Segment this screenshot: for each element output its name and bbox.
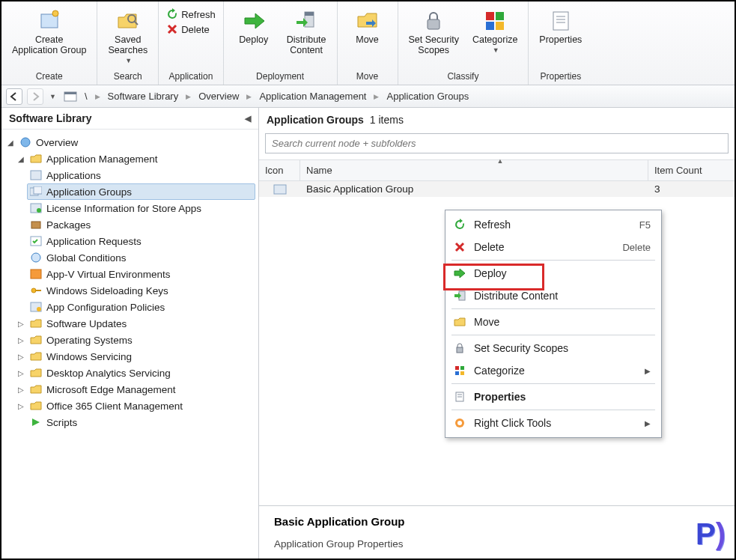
sidebar-title-label: Software Library	[9, 112, 91, 124]
svg-point-21	[21, 138, 30, 147]
dropdown-arrow-icon: ▼	[125, 57, 132, 64]
table-row[interactable]: Basic Application Group 3	[259, 181, 735, 197]
deploy-button[interactable]: Deploy	[230, 7, 278, 46]
forward-button[interactable]	[27, 88, 43, 105]
ribbon-group-label: Classify	[404, 68, 523, 85]
tree-node-global-conditions[interactable]: Global Conditions	[27, 249, 255, 266]
tree-label: Windows Sideloading Keys	[46, 285, 168, 296]
tree-label: Applications	[46, 170, 101, 181]
key-icon	[30, 284, 42, 296]
tree-node-app-management[interactable]: ◢Application Management	[15, 150, 255, 167]
ctx-deploy[interactable]: Deploy	[445, 262, 661, 284]
folder-icon	[30, 400, 42, 412]
ribbon: Create Application Group Create Saved Se…	[1, 1, 735, 85]
ctx-label: Categorize	[474, 365, 525, 377]
tree-node-overview[interactable]: ◢Overview	[4, 134, 255, 150]
search-container	[265, 133, 729, 153]
move-button[interactable]: Move	[344, 7, 392, 46]
tree-label: App-V Virtual Environments	[46, 269, 171, 280]
distribute-content-icon	[294, 9, 318, 33]
delete-button[interactable]: Delete	[165, 22, 211, 36]
column-header-name[interactable]: Name	[300, 160, 648, 180]
collapse-sidebar-icon[interactable]: ◀	[245, 114, 251, 124]
tree-node-operating-systems[interactable]: ▷Operating Systems	[15, 332, 255, 348]
caret-right-icon: ▷	[18, 386, 25, 394]
breadcrumb-item[interactable]: Overview	[198, 91, 239, 102]
tree-node-sideloading[interactable]: Windows Sideloading Keys	[27, 282, 255, 299]
ctx-label: Right Click Tools	[474, 417, 551, 429]
svg-rect-20	[64, 92, 76, 94]
tree-node-desktop-analytics[interactable]: ▷Desktop Analytics Servicing	[15, 365, 255, 381]
tree-node-windows-servicing[interactable]: ▷Windows Servicing	[15, 348, 255, 365]
folder-search-icon	[116, 9, 140, 33]
column-header-icon[interactable]: Icon	[259, 160, 300, 180]
svg-rect-15	[553, 12, 568, 30]
search-input[interactable]	[265, 133, 729, 153]
row-count: 3	[648, 183, 735, 195]
ctx-right-click-tools[interactable]: Right Click Tools ▶	[445, 412, 661, 434]
tree-node-scripts[interactable]: Scripts	[15, 414, 255, 430]
ctx-set-security-scopes[interactable]: Set Security Scopes	[445, 337, 661, 359]
svg-rect-27	[31, 222, 40, 228]
tree-node-appv[interactable]: App-V Virtual Environments	[27, 266, 255, 282]
folder-icon	[30, 367, 42, 379]
tree-node-app-config[interactable]: App Configuration Policies	[27, 299, 255, 315]
tree-node-application-groups[interactable]: Application Groups	[27, 183, 255, 200]
svg-rect-11	[486, 12, 494, 20]
caret-right-icon: ▷	[18, 320, 25, 328]
ribbon-group-label: Properties	[535, 68, 586, 85]
folder-icon	[30, 334, 42, 346]
breadcrumb-root[interactable]: \	[85, 91, 88, 102]
ctx-label: Delete	[474, 241, 504, 253]
tree-node-license-info[interactable]: License Information for Store Apps	[27, 200, 255, 216]
ctx-delete[interactable]: Delete Delete	[445, 236, 661, 258]
ctx-distribute-content[interactable]: Distribute Content	[445, 284, 661, 307]
set-security-scopes-button[interactable]: Set Security Scopes	[404, 7, 463, 57]
categorize-button[interactable]: Categorize ▼	[468, 7, 522, 55]
breadcrumb-item[interactable]: Software Library	[108, 91, 179, 102]
tree-label: Windows Servicing	[46, 351, 132, 362]
distribute-content-button[interactable]: Distribute Content	[282, 7, 331, 57]
move-label: Move	[356, 34, 379, 45]
refresh-label: Refresh	[181, 9, 216, 20]
license-icon	[30, 202, 42, 214]
tree-node-software-updates[interactable]: ▷Software Updates	[15, 315, 255, 332]
ribbon-group-search: Saved Searches ▼ Search	[97, 1, 159, 85]
tree-node-app-requests[interactable]: Application Requests	[27, 233, 255, 249]
svg-rect-40	[457, 347, 463, 353]
history-dropdown-icon[interactable]: ▼	[49, 93, 56, 100]
ctx-shortcut: Delete	[622, 242, 651, 253]
refresh-button[interactable]: Refresh	[165, 7, 217, 21]
ctx-refresh[interactable]: Refresh F5	[445, 213, 661, 236]
config-icon	[30, 301, 42, 313]
svg-rect-22	[31, 171, 41, 180]
ctx-properties[interactable]: Properties	[445, 386, 661, 408]
ctx-categorize[interactable]: Categorize ▶	[445, 359, 661, 382]
back-button[interactable]	[6, 88, 22, 105]
ctx-label: Move	[474, 316, 499, 328]
ctx-separator	[451, 410, 655, 410]
navigation-sidebar: Software Library ◀ ◢Overview ◢Applicatio…	[1, 108, 259, 559]
svg-rect-12	[496, 12, 504, 20]
tree-node-applications[interactable]: Applications	[27, 167, 255, 183]
column-header-item-count[interactable]: Item Count	[648, 160, 735, 180]
svg-point-2	[52, 10, 58, 16]
create-application-group-button[interactable]: Create Application Group	[7, 7, 91, 57]
submenu-arrow-icon: ▶	[645, 419, 651, 427]
breadcrumb-item[interactable]: Application Groups	[386, 91, 469, 102]
move-folder-icon	[356, 9, 380, 33]
tree-node-packages[interactable]: Packages	[27, 216, 255, 233]
properties-button[interactable]: Properties	[535, 7, 586, 46]
ctx-move[interactable]: Move	[445, 311, 661, 333]
navigation-tree: ◢Overview ◢Application Management Applic…	[1, 130, 258, 559]
ctx-separator	[451, 260, 655, 261]
home-icon[interactable]	[64, 91, 77, 102]
tree-label: Application Management	[46, 153, 158, 165]
saved-searches-button[interactable]: Saved Searches ▼	[103, 7, 152, 66]
tree-node-o365[interactable]: ▷Office 365 Client Management	[15, 398, 255, 414]
ctx-label: Refresh	[474, 219, 511, 231]
breadcrumb-item[interactable]: Application Management	[259, 91, 366, 102]
categorize-icon	[453, 364, 466, 377]
categorize-icon	[483, 9, 507, 33]
tree-node-edge-mgmt[interactable]: ▷Microsoft Edge Management	[15, 381, 255, 398]
